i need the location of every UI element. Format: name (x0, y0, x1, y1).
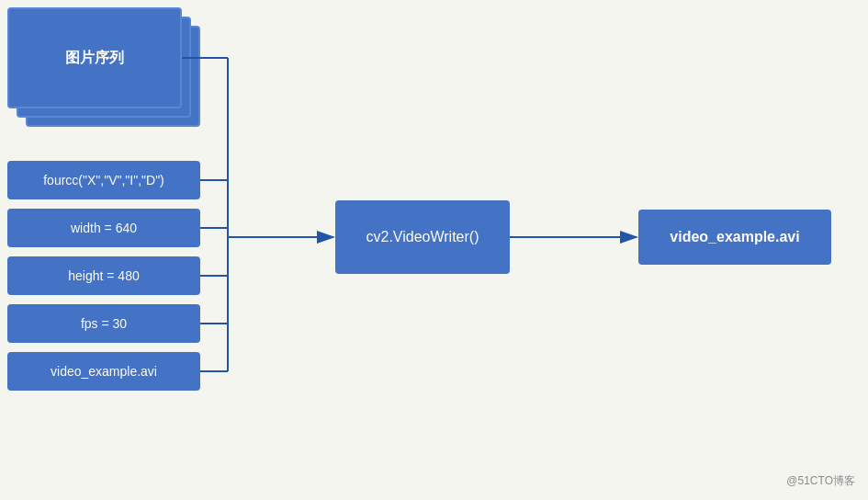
param-video-label: video_example.avi (51, 364, 157, 379)
cv2-videowriter-box: cv2.VideoWriter() (335, 200, 510, 274)
diagram-container: 图片序列 fourcc("X","V","I","D") width = 640… (0, 0, 868, 500)
param-width: width = 640 (7, 209, 200, 247)
param-video: video_example.avi (7, 352, 200, 391)
param-fps-label: fps = 30 (81, 316, 127, 331)
output-box: video_example.avi (638, 210, 831, 265)
output-label: video_example.avi (670, 229, 799, 245)
watermark: @51CTO博客 (786, 473, 855, 489)
param-fourcc-label: fourcc("X","V","I","D") (43, 173, 164, 188)
param-height: height = 480 (7, 256, 200, 295)
output-label-bold: video (670, 229, 708, 244)
param-height-label: height = 480 (68, 268, 139, 283)
param-fps: fps = 30 (7, 304, 200, 343)
output-label-rest: _example.avi (708, 229, 800, 244)
param-fourcc: fourcc("X","V","I","D") (7, 161, 200, 199)
image-stack-text: 图片序列 (65, 49, 124, 68)
watermark-text: @51CTO博客 (786, 474, 855, 487)
param-width-label: width = 640 (71, 221, 137, 235)
image-stack-label: 图片序列 (7, 7, 182, 108)
cv2-videowriter-label: cv2.VideoWriter() (366, 229, 479, 245)
